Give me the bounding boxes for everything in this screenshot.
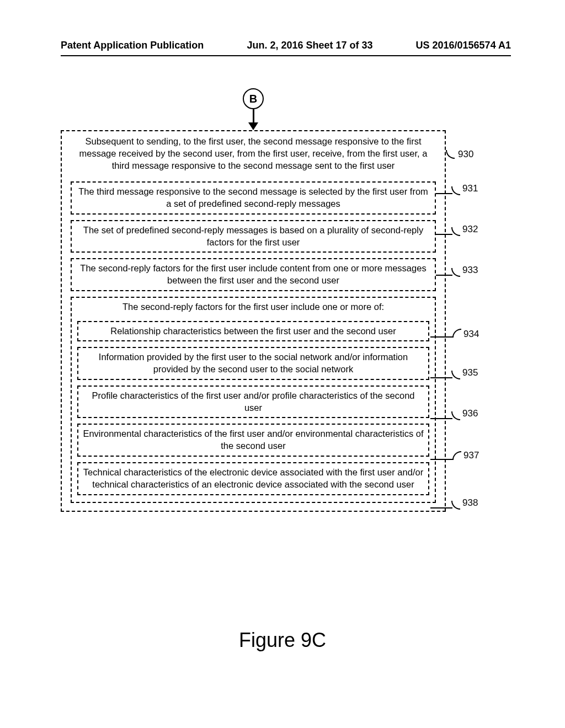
factor-text-936: Profile characteristics of the first use… (92, 390, 414, 413)
ref-label-936: 936 (462, 408, 478, 419)
ref-leader-icon (451, 186, 460, 195)
factor-box-934: Relationship characteristics between the… (77, 321, 429, 342)
ref-leader-icon (436, 234, 452, 235)
header-right: US 2016/0156574 A1 (416, 40, 511, 51)
ref-leader-icon (430, 336, 454, 338)
factor-box-938: Technical characteristics of the electro… (77, 462, 429, 495)
ref-leader-icon (451, 371, 460, 379)
step-text-930: Subsequent to sending, to the first user… (66, 135, 440, 176)
ref-leader-icon (451, 411, 460, 420)
off-page-connector: B (243, 88, 264, 109)
factor-text-938: Technical characteristics of the electro… (83, 467, 423, 489)
step-text-932: The set of predefined second-reply messa… (83, 225, 423, 247)
ref-label-930: 930 (458, 149, 473, 160)
factor-text-937: Environmental characteristics of the fir… (83, 429, 423, 451)
step-box-931: The third message responsive to the seco… (71, 181, 436, 215)
ref-leader-icon (451, 501, 460, 510)
ref-label-933: 933 (462, 265, 478, 276)
header-rule (61, 55, 511, 56)
factor-group-box: The second-reply factors for the first u… (71, 297, 436, 503)
factor-box-935: Information provided by the first user t… (77, 347, 429, 380)
ref-leader-icon (430, 507, 452, 508)
ref-label-938: 938 (462, 497, 478, 508)
ref-label-935: 935 (462, 367, 478, 378)
step-box-933: The second-reply factors for the first u… (71, 258, 436, 291)
ref-label-932: 932 (462, 224, 478, 235)
ref-leader-icon (452, 329, 461, 338)
factor-text-935: Information provided by the first user t… (99, 352, 408, 374)
ref-label-937: 937 (463, 450, 479, 461)
step-box-932: The set of predefined second-reply messa… (71, 220, 436, 253)
ref-leader-icon (452, 451, 461, 460)
page-header: Patent Application Publication Jun. 2, 2… (0, 40, 565, 51)
factor-text-934: Relationship characteristics between the… (110, 326, 396, 336)
factor-box-936: Profile characteristics of the first use… (77, 386, 429, 419)
factor-box-937: Environmental characteristics of the fir… (77, 424, 429, 457)
ref-label-931: 931 (462, 183, 478, 194)
header-center: Jun. 2, 2016 Sheet 17 of 33 (247, 40, 372, 51)
ref-leader-icon (446, 150, 455, 159)
figure-caption: Figure 9C (0, 629, 565, 652)
step-text-933: The second-reply factors for the first u… (80, 263, 426, 285)
header-left: Patent Application Publication (61, 40, 204, 51)
ref-leader-icon (451, 268, 460, 277)
ref-leader-icon (430, 418, 452, 419)
ref-leader-icon (436, 193, 452, 194)
factor-group-title: The second-reply factors for the first u… (75, 301, 431, 315)
connector-label: B (249, 93, 257, 105)
ref-leader-icon (430, 459, 454, 460)
ref-leader-icon (436, 275, 452, 276)
ref-label-934: 934 (463, 329, 479, 340)
ref-leader-icon (451, 227, 460, 236)
arrow-head-icon (248, 122, 258, 130)
ref-leader-icon (430, 377, 452, 378)
step-box-930: Subsequent to sending, to the first user… (61, 130, 446, 512)
step-text-931: The third message responsive to the seco… (78, 186, 428, 208)
